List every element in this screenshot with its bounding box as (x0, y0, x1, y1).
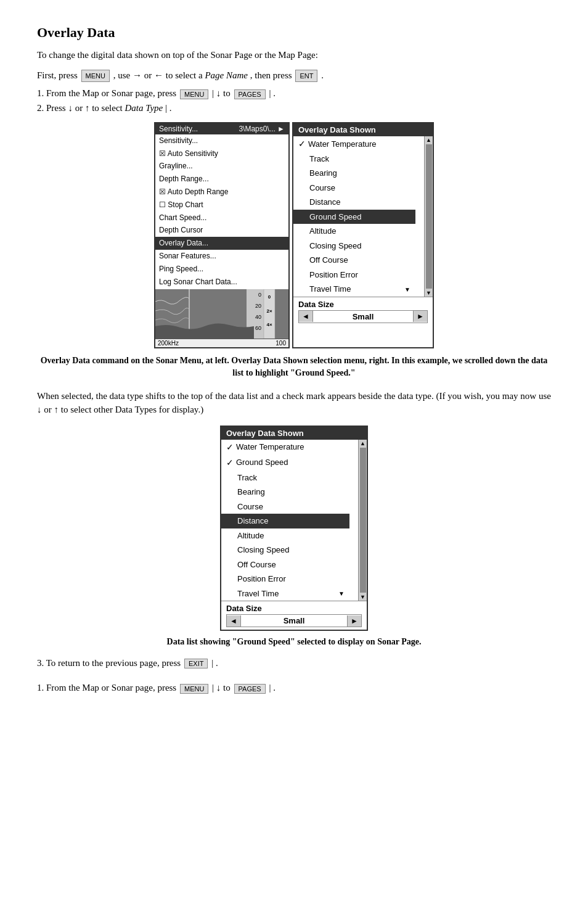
item-label: Water Temperature (308, 138, 377, 150)
data-size2-right-arrow[interactable]: ► (347, 615, 361, 627)
menu-button[interactable]: MENU (81, 70, 110, 83)
item-label: Position Error (309, 269, 358, 281)
data-size-left-arrow[interactable]: ◄ (299, 311, 313, 322)
item-label: Altitude (237, 530, 264, 542)
svg-text:20: 20 (255, 303, 261, 309)
sonar-menu-header: Sensitivity... 3\Maps0\... ► (155, 123, 288, 134)
overlay2-item-distance[interactable]: Distance (221, 514, 349, 528)
overlay-item-altitude[interactable]: Altitude (293, 224, 415, 239)
sonar-item-depth-range[interactable]: Depth Range... (155, 173, 288, 186)
overlay-item-bearing[interactable]: Bearing (293, 166, 415, 181)
item-label: Travel Time (309, 283, 351, 295)
check-icon: ✓ (226, 441, 234, 454)
first-press-label: First, press (37, 70, 78, 80)
sonar-item-auto-sensitivity[interactable]: ☒ Auto Sensitivity (155, 147, 288, 160)
overlay2-item-track[interactable]: Track (221, 471, 349, 485)
svg-text:0: 0 (258, 292, 261, 298)
scrollbar2-up-icon[interactable]: ▲ (360, 440, 365, 446)
item-label: Track (309, 153, 329, 165)
overlay2-item-position-error[interactable]: Position Error (221, 572, 349, 586)
menu-button-s1[interactable]: MENU (180, 89, 208, 99)
sonar-item-overlay-data[interactable]: Overlay Data... (155, 237, 288, 250)
page-title: Overlay Data (37, 25, 551, 41)
overlay2-item-closing-speed[interactable]: Closing Speed (221, 543, 349, 557)
scrollbar-up-icon[interactable]: ▲ (426, 137, 431, 143)
overlay-item-distance[interactable]: Distance (293, 195, 415, 210)
item-label: Water Temperature (236, 441, 304, 453)
item-label: Travel Time (237, 588, 279, 600)
overlay-panel-2-header: Overlay Data Shown (221, 427, 367, 440)
figure1: Sensitivity... 3\Maps0\... ► Sensitivity… (37, 122, 551, 349)
sonar-item-sonar-features[interactable]: Sonar Features... (155, 250, 288, 263)
overlay-panel-1-header: Overlay Data Shown (293, 123, 433, 136)
overlay2-item-course[interactable]: Course (221, 500, 349, 514)
item-label: Closing Speed (237, 544, 290, 556)
overlay2-item-altitude[interactable]: Altitude (221, 528, 349, 543)
item-label: Altitude (309, 225, 336, 237)
overlay-item-position-error[interactable]: Position Error (293, 268, 415, 282)
data-size-label-1: Data Size (298, 300, 428, 309)
overlay-item-track[interactable]: Track (293, 152, 415, 167)
sonar-item-grayline[interactable]: Grayline... (155, 160, 288, 173)
overlay2-item-ground-speed[interactable]: ✓ Ground Speed (221, 455, 349, 471)
sonar-depth: 100 (276, 340, 286, 347)
data-size-control-1[interactable]: ◄ Small ► (298, 310, 428, 323)
exit-button[interactable]: EXIT (184, 659, 208, 668)
data-size-right-arrow[interactable]: ► (413, 311, 427, 322)
overlay-item-ground-speed[interactable]: Ground Speed (293, 210, 415, 224)
overlay2-item-water-temp[interactable]: ✓ Water Temperature (221, 440, 349, 455)
step2-line: 2. Press ↓ or ↑ to select Data Type | . (37, 103, 551, 113)
item-label: Ground Speed (309, 211, 362, 223)
scroll-down-icon[interactable]: ▼ (404, 285, 410, 294)
data-size2-left-arrow[interactable]: ◄ (227, 615, 241, 627)
scrollbar-down-icon[interactable]: ▼ (426, 290, 431, 296)
svg-text:2×: 2× (266, 308, 272, 314)
data-size-value-2: Small (241, 615, 347, 627)
data-size-value-1: Small (313, 311, 413, 323)
scrollbar2-down-icon[interactable]: ▼ (360, 594, 365, 600)
step1b-line: 1. From the Map or Sonar page, press MEN… (37, 683, 551, 694)
figure2-caption: Data list showing "Ground Speed" selecte… (37, 636, 551, 648)
overlay2-item-bearing[interactable]: Bearing (221, 485, 349, 500)
svg-text:40: 40 (255, 314, 261, 320)
data-size-control-2[interactable]: ◄ Small ► (226, 614, 362, 627)
sonar-item-stop-chart[interactable]: ☐ Stop Chart (155, 199, 288, 212)
item-label: Distance (309, 196, 341, 208)
sonar-image: 0 20 40 60 0 2× 4× (155, 289, 288, 339)
scroll-down-icon2[interactable]: ▼ (338, 589, 345, 598)
overlay-item-off-course[interactable]: Off Course (293, 253, 415, 268)
figure1-caption: Overlay Data command on the Sonar Menu, … (37, 355, 551, 379)
enter-button[interactable]: ENT (295, 70, 317, 83)
item-label: Off Course (309, 254, 348, 266)
item-label: Off Course (237, 559, 276, 571)
overlay2-item-travel-time[interactable]: Travel Time ▼ (221, 586, 349, 601)
overlay-item-closing-speed[interactable]: Closing Speed (293, 239, 415, 253)
pages-button-s1b[interactable]: PAGES (234, 684, 266, 694)
sonar-item-depth-cursor[interactable]: Depth Cursor (155, 224, 288, 237)
item-label: Course (309, 182, 335, 194)
overlay-item-water-temp[interactable]: ✓ Water Temperature (293, 136, 415, 152)
data-size-section-1: Data Size ◄ Small ► (293, 297, 433, 326)
first-press-line: First, press MENU , use → or ← to select… (37, 68, 551, 83)
step1-line: 1. From the Map or Sonar page, press MEN… (37, 88, 551, 99)
sonar-item-chart-speed[interactable]: Chart Speed... (155, 212, 288, 224)
sonar-item-log-sonar[interactable]: Log Sonar Chart Data... (155, 276, 288, 289)
svg-text:0: 0 (268, 294, 271, 300)
menu-button-s1b[interactable]: MENU (180, 684, 208, 694)
item-label: Closing Speed (309, 240, 362, 252)
sonar-item-sensitivity[interactable]: Sensitivity... (155, 134, 288, 147)
overlay-item-travel-time[interactable]: Travel Time ▼ (293, 282, 415, 297)
item-label: Position Error (237, 573, 286, 585)
check-icon: ✓ (226, 456, 234, 469)
sonar-item-ping-speed[interactable]: Ping Speed... (155, 263, 288, 276)
item-label: Distance (237, 515, 269, 527)
check-icon: ✓ (298, 138, 306, 150)
pages-button-s1[interactable]: PAGES (234, 89, 266, 99)
overlay-panel-2: Overlay Data Shown ✓ Water Temperature ✓… (220, 426, 368, 631)
sonar-item-auto-depth[interactable]: ☒ Auto Depth Range (155, 186, 288, 199)
sonar-bottom-bar: 200kHz 100 (155, 339, 288, 347)
overlay-item-course[interactable]: Course (293, 181, 415, 195)
paragraph1: When selected, the data type shifts to t… (37, 389, 551, 417)
overlay2-item-off-course[interactable]: Off Course (221, 557, 349, 572)
item-label: Bearing (309, 167, 337, 179)
